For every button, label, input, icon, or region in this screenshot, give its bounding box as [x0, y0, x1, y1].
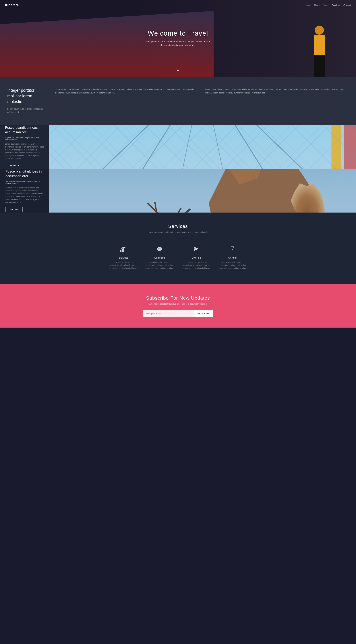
feature-1-learn-more-button[interactable]: Learn More — [5, 163, 22, 168]
nav-item-about[interactable]: About — [314, 4, 320, 7]
hero-subtitle: Nulla pellentesque mi non laoreet eleife… — [143, 40, 213, 47]
svg-rect-22 — [123, 248, 124, 252]
logo: Itinerate — [5, 3, 19, 7]
chat-icon — [157, 246, 163, 252]
service-4-name: Sit Amet — [217, 256, 248, 259]
svg-point-28 — [161, 248, 161, 249]
svg-line-5 — [203, 125, 295, 169]
feature-section-1: Fusce blandit ultrices in accumsan orci … — [0, 125, 356, 169]
nav-link-about[interactable]: About — [314, 4, 320, 6]
subscribe-email-input[interactable] — [143, 310, 194, 316]
nav-item-services[interactable]: Services — [332, 4, 340, 7]
nav-link-news[interactable]: News — [323, 4, 329, 6]
chart-icon — [120, 246, 127, 252]
service-item-4: Sit Amet Lorem ipsum dolor sit amet, con… — [214, 242, 251, 273]
station-ceiling-svg — [49, 125, 356, 169]
nav-item-home[interactable]: Home — [305, 4, 311, 7]
hero-content: Welcome to Travel Nulla pellentesque mi … — [35, 30, 321, 47]
svg-line-3 — [172, 125, 203, 169]
feature-1-content: Fusce blandit ultrices in accumsan orci … — [0, 125, 49, 169]
info-heading: Integer porttitor mollisar lorem molesti… — [7, 88, 47, 114]
nav-link-home[interactable]: Home — [305, 4, 311, 7]
nav-item-news[interactable]: News — [323, 4, 329, 7]
info-col-2: Lorem ipsum dolor sit amet, consectetur … — [205, 88, 349, 94]
service-2-name: Adipisicing — [144, 256, 175, 259]
subscribe-form: SUBSCRIBE — [143, 310, 213, 316]
services-section: Services Ante metus praesent fauoibus an… — [0, 212, 356, 284]
svg-rect-0 — [49, 125, 356, 169]
feature-2-content: Fusce blandit ultrices in accumsan orci … — [0, 169, 49, 212]
feature-2-text: Lorem ipsum dolor sit amet et sapien sed… — [5, 186, 44, 204]
feature-1-image — [49, 125, 356, 169]
services-grid: Sit Amet Lorem ipsum dolor sit amet, con… — [7, 242, 349, 273]
svg-marker-23 — [125, 247, 126, 248]
nav-link-contact[interactable]: Contact — [344, 4, 351, 6]
nav-links: Home About News Services Contact — [305, 4, 351, 7]
service-1-icon — [108, 246, 139, 254]
subscribe-subtitle: Ante metus praesent fauoibus ante intege… — [7, 303, 349, 305]
info-subtext: Lorem ipsum dolor sit amet, consectetur … — [7, 107, 47, 114]
service-1-name: Sit Amet — [108, 256, 139, 259]
svg-rect-20 — [120, 250, 122, 252]
service-item-1: Sit Amet Lorem ipsum dolor sit amet, con… — [105, 242, 142, 273]
services-title: Services — [7, 224, 349, 229]
svg-line-1 — [49, 125, 203, 169]
service-3-icon — [181, 246, 212, 254]
svg-marker-29 — [194, 247, 199, 251]
service-3-name: Dolor Sit — [181, 256, 212, 259]
service-4-desc: Lorem ipsum dolor sit amet, consectetur … — [217, 261, 248, 270]
svg-rect-21 — [122, 248, 123, 252]
info-section: Integer porttitor mollisar lorem molesti… — [0, 77, 356, 125]
svg-line-4 — [203, 125, 233, 169]
svg-line-2 — [111, 125, 203, 169]
svg-rect-11 — [49, 169, 356, 212]
feature-1-subtitle: Sapien sed elementum egestas dolore cond… — [5, 136, 44, 141]
service-item-2: Adipisicing Lorem ipsum dolor sit amet, … — [142, 242, 178, 273]
hero-scroll-arrow[interactable]: ▼ — [176, 69, 180, 73]
subscribe-section: Subscribe For New Updates Ante metus pra… — [0, 284, 356, 328]
svg-rect-9 — [331, 125, 341, 169]
services-subtitle: Ante metus praesent fauoibus ante intege… — [7, 231, 349, 233]
feature-2-title: Fusce blandit ultrices in accumsan orci — [5, 169, 44, 178]
nav-link-services[interactable]: Services — [332, 4, 340, 6]
subscribe-button[interactable]: SUBSCRIBE — [194, 310, 213, 316]
info-title: Integer porttitor mollisar lorem molesti… — [7, 88, 47, 104]
svg-line-6 — [203, 125, 356, 169]
service-item-3: Dolor Sit Lorem ipsum dolor sit amet, co… — [178, 242, 214, 273]
navigation: Itinerate Home About News Services Conta… — [0, 0, 356, 10]
feature-2-image — [49, 169, 356, 212]
nav-item-contact[interactable]: Contact — [344, 4, 351, 7]
hero-section: Welcome to Travel Nulla pellentesque mi … — [0, 0, 356, 77]
feature-1-text: Lorem ipsum dolor sit amet et sapien sed… — [5, 142, 44, 160]
service-2-desc: Lorem ipsum dolor sit amet, consectetur … — [144, 261, 175, 270]
subscribe-title: Subscribe For New Updates — [7, 295, 349, 301]
service-2-icon — [144, 246, 175, 254]
info-col-1: Lorem ipsum dolor sit amet, consectetur … — [55, 88, 198, 94]
svg-point-27 — [159, 248, 160, 249]
feature-2-subtitle: Sapien sed elementum egestas dolore cond… — [5, 180, 44, 184]
hero-title: Welcome to Travel — [35, 30, 321, 37]
svg-point-26 — [158, 248, 159, 249]
desert-svg — [49, 169, 356, 212]
feature-2-learn-more-button[interactable]: Learn More — [5, 207, 23, 212]
service-4-icon — [217, 246, 248, 254]
send-icon — [193, 246, 199, 252]
svg-rect-10 — [344, 125, 356, 169]
service-1-desc: Lorem ipsum dolor sit amet, consectetur … — [108, 261, 139, 270]
feature-1-title: Fusce blandit ultrices in accumsan orci — [5, 126, 44, 134]
service-3-desc: Lorem ipsum dolor sit amet, consectetur … — [181, 261, 212, 270]
feature-section-2: Fusce blandit ultrices in accumsan orci … — [0, 169, 356, 212]
document-icon — [229, 246, 236, 252]
